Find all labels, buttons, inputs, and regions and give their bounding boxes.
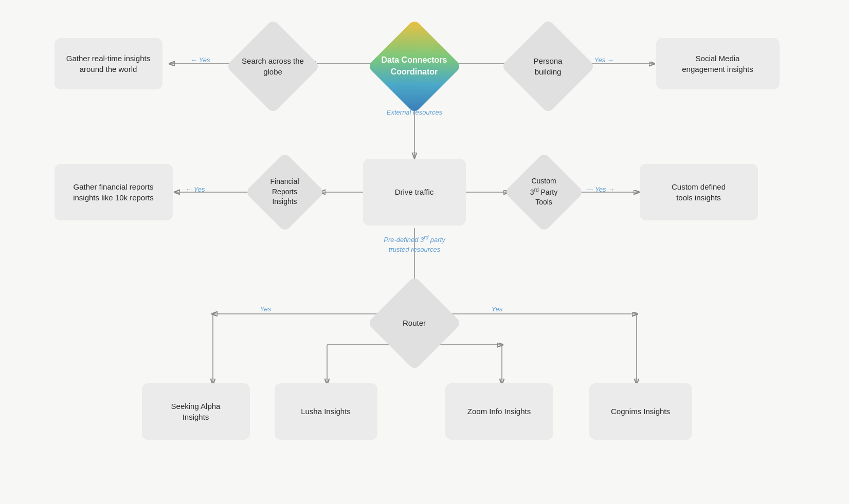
cognims-node: Cognims Insights — [589, 383, 692, 440]
predefined-label: Pre-defined 3rd partytrusted resources — [359, 234, 470, 255]
yes-search-gather: ← Yes — [191, 56, 210, 64]
yes-persona-social: Yes → — [594, 56, 614, 64]
persona-node: Personabuilding — [512, 30, 584, 102]
router-node: Router — [378, 287, 450, 359]
coordinator-node: Data Connectors Coordinator — [378, 30, 450, 102]
social-media-node: Social Mediaengagement insights — [656, 38, 780, 89]
flowchart-diagram: Data Connectors Coordinator Search acros… — [39, 6, 810, 499]
yes-router-seeking: Yes — [260, 305, 272, 313]
gather-financial-label: Gather financial reportsinsights like 10… — [73, 181, 154, 203]
gather-realtime-node: Gather real-time insightsaround the worl… — [55, 38, 162, 89]
seeking-alpha-label: Seeking AlphaInsights — [171, 401, 221, 422]
yes-router-cognims: Yes — [492, 305, 503, 313]
external-resources-label: External resources — [372, 107, 457, 118]
financial-diamond-node: FinancialReportsInsights — [249, 159, 321, 226]
lusha-node: Lusha Insights — [275, 383, 377, 440]
drive-traffic-node: Drive traffic — [363, 159, 466, 226]
custom-defined-label: Custom definedtools insights — [672, 181, 726, 203]
cognims-label: Cognims Insights — [611, 406, 670, 417]
gather-financial-node: Gather financial reportsinsights like 10… — [55, 164, 173, 220]
zoom-info-label: Zoom Info Insights — [467, 406, 531, 417]
custom-defined-node: Custom definedtools insights — [640, 164, 758, 220]
seeking-alpha-node: Seeking AlphaInsights — [142, 383, 250, 440]
drive-traffic-label: Drive traffic — [395, 186, 434, 197]
zoom-info-node: Zoom Info Insights — [445, 383, 553, 440]
custom-3rd-node: Custom3rd PartyTools — [508, 159, 580, 226]
yes-custom-defined: — Yes → — [587, 185, 615, 193]
gather-realtime-label: Gather real-time insightsaround the worl… — [66, 53, 150, 74]
yes-financial-gather: ← Yes — [186, 185, 205, 193]
lusha-label: Lusha Insights — [301, 406, 351, 417]
social-media-label: Social Mediaengagement insights — [682, 53, 753, 74]
search-globe-node: Search across the globe — [237, 30, 309, 102]
